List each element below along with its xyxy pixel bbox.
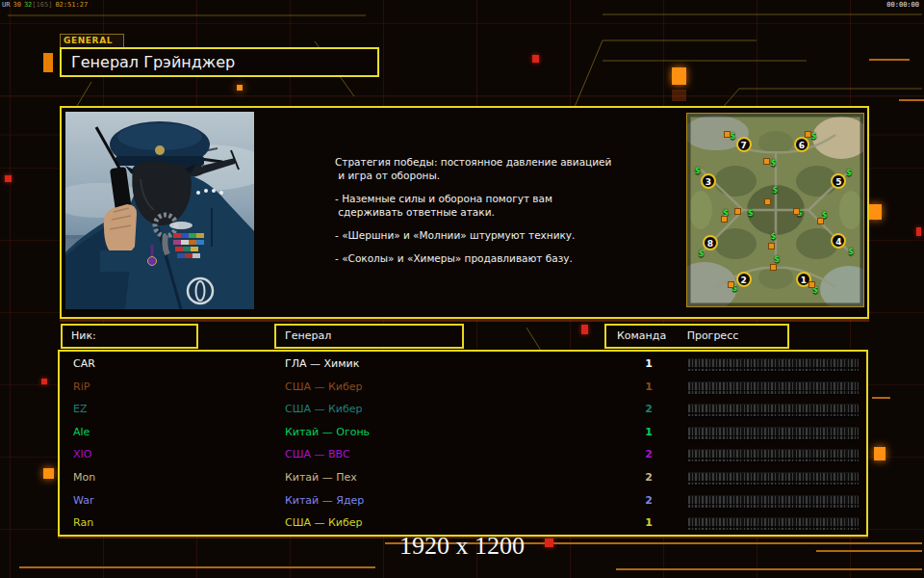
minimap: 76358421$$$$$$$$$$$$$$$$ bbox=[686, 113, 864, 307]
perf-value-3: [165] bbox=[32, 1, 52, 9]
player-team: 2 bbox=[636, 489, 661, 512]
player-progress-bar bbox=[688, 472, 859, 486]
supply-orange-marker bbox=[817, 218, 824, 224]
supply-green-marker: $ bbox=[695, 168, 701, 175]
supply-green-marker: $ bbox=[771, 160, 777, 168]
accent-square-red bbox=[916, 227, 921, 236]
supply-green-marker: $ bbox=[771, 233, 777, 241]
supply-green-marker: $ bbox=[748, 210, 754, 218]
briefing-line: - «Соколы» и «Химеры» продавливают базу. bbox=[335, 251, 643, 265]
briefing-line: и игра от обороны. bbox=[335, 169, 643, 182]
player-nick: RiP bbox=[73, 376, 90, 399]
header-team: Команда bbox=[617, 329, 666, 342]
player-nick: XIO bbox=[73, 443, 91, 466]
player-progress-bar bbox=[688, 517, 859, 531]
supply-green-marker: $ bbox=[774, 256, 780, 264]
accent-square-orange bbox=[43, 468, 54, 479]
player-team: 1 bbox=[636, 421, 661, 444]
supply-orange-marker bbox=[793, 208, 800, 215]
loading-screen: UR3032[165]02:51:27 00:00:00 GENERAL Ген… bbox=[0, 0, 924, 578]
player-general: Китай — Огонь bbox=[285, 421, 370, 444]
title-accent-bar bbox=[43, 53, 53, 72]
spawn-point-badge: 6 bbox=[794, 137, 809, 152]
table-row: CARГЛА — Химик1 bbox=[61, 353, 865, 376]
accent-square-red bbox=[41, 379, 47, 384]
player-nick: Mon bbox=[73, 466, 95, 489]
briefing-text: Стратегия победы: постоянное давление ав… bbox=[335, 155, 643, 265]
header-team-progress: Команда Прогресс bbox=[604, 324, 789, 349]
player-team: 2 bbox=[636, 443, 661, 466]
table-row: XIOСША — ВВС2 bbox=[61, 443, 865, 466]
briefing-line bbox=[335, 182, 643, 192]
player-progress-bar bbox=[688, 358, 859, 372]
supply-orange-marker bbox=[734, 208, 741, 215]
table-row: WarКитай — Ядер2 bbox=[61, 489, 865, 512]
player-progress-bar bbox=[688, 381, 859, 395]
player-nick: EZ bbox=[73, 398, 88, 421]
spawn-point-badge: 4 bbox=[831, 233, 846, 249]
header-nick: Ник: bbox=[61, 324, 198, 349]
supply-green-marker: $ bbox=[846, 170, 852, 177]
briefing-line bbox=[335, 219, 643, 228]
perf-overlay: UR3032[165]02:51:27 bbox=[2, 1, 90, 9]
player-progress-bar bbox=[688, 404, 859, 417]
accent-square-orange bbox=[237, 85, 243, 91]
briefing-line bbox=[335, 242, 643, 251]
supply-orange-marker bbox=[805, 131, 811, 138]
player-roster-panel: CARГЛА — Химик1RiPСША — Кибер1EZСША — Ки… bbox=[58, 350, 868, 537]
spawn-point-badge: 5 bbox=[831, 173, 846, 189]
general-portrait bbox=[65, 112, 254, 309]
player-progress-bar bbox=[688, 449, 859, 462]
supply-green-marker: $ bbox=[731, 133, 736, 141]
spawn-point-badge: 8 bbox=[703, 235, 718, 250]
resolution-label: 1920 x 1200 bbox=[0, 532, 924, 561]
player-progress-bar bbox=[688, 495, 859, 509]
player-progress-bar bbox=[688, 427, 859, 440]
accent-square-red bbox=[532, 55, 539, 63]
header-general: Генерал bbox=[274, 324, 464, 349]
spawn-point-badge: 2 bbox=[736, 272, 752, 287]
spawn-point-badge: 3 bbox=[701, 173, 716, 189]
briefing-line: Стратегия победы: постоянное давление ав… bbox=[335, 155, 643, 169]
supply-orange-marker bbox=[728, 281, 734, 288]
player-nick: CAR bbox=[73, 353, 95, 376]
page-title: Генерал Грэйнджер bbox=[62, 49, 377, 75]
supply-orange-marker bbox=[770, 264, 777, 271]
table-row: MonКитай — Пех2 bbox=[61, 466, 865, 489]
player-team: 1 bbox=[636, 376, 661, 399]
accent-square-red bbox=[5, 175, 12, 182]
minimap-markers: 76358421$$$$$$$$$$$$$$$$ bbox=[687, 114, 863, 306]
accent-square-orange bbox=[672, 67, 686, 85]
table-row: RiPСША — Кибер1 bbox=[61, 376, 865, 399]
player-general: Китай — Пех bbox=[285, 466, 357, 489]
supply-green-marker: $ bbox=[848, 249, 854, 256]
header-progress: Прогресс bbox=[687, 329, 739, 342]
perf-label: UR bbox=[2, 1, 10, 9]
player-team: 2 bbox=[636, 466, 661, 489]
player-general: США — ВВС bbox=[285, 443, 350, 466]
supply-orange-marker bbox=[763, 158, 770, 165]
player-team: 1 bbox=[636, 353, 661, 376]
supply-orange-marker bbox=[764, 198, 771, 205]
supply-green-marker: $ bbox=[811, 133, 817, 141]
supply-green-marker: $ bbox=[773, 187, 779, 195]
accent-square-red bbox=[581, 325, 588, 334]
player-general: США — Кибер bbox=[285, 376, 362, 399]
supply-orange-marker bbox=[768, 243, 775, 250]
tab-general[interactable]: GENERAL bbox=[60, 34, 124, 48]
player-general: США — Кибер bbox=[285, 398, 362, 421]
perf-uptime: 02:51:27 bbox=[55, 1, 88, 9]
table-row: AleКитай — Огонь1 bbox=[61, 421, 865, 444]
player-team: 2 bbox=[636, 398, 661, 421]
perf-value-1: 30 bbox=[13, 1, 20, 9]
accent-square-orange bbox=[869, 204, 882, 220]
briefing-line: сдерживать ответные атаки. bbox=[335, 205, 643, 219]
briefing-line: - Наземные силы и оборона помогут вам bbox=[335, 192, 643, 205]
briefing-line: - «Шершни» и «Молнии» штурмуют технику. bbox=[335, 228, 643, 242]
accent-square-orange bbox=[874, 447, 886, 460]
player-general: Китай — Ядер bbox=[285, 489, 364, 512]
spawn-point-badge: 7 bbox=[736, 137, 752, 152]
supply-orange-marker bbox=[724, 131, 731, 138]
table-row: EZСША — Кибер2 bbox=[61, 398, 865, 421]
accent-square-orange-reflection bbox=[672, 90, 686, 101]
